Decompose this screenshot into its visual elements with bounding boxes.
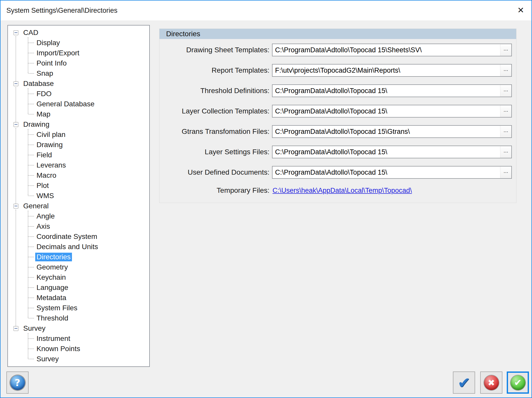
- tree-item-fdo[interactable]: FDO: [8, 89, 149, 99]
- browse-button[interactable]: ...: [500, 44, 511, 56]
- dialog-content: CAD Display Import/Export Point Info Sna…: [1, 20, 531, 397]
- tree-item-decimals-and-units[interactable]: Decimals and Units: [8, 242, 149, 252]
- browse-button[interactable]: ...: [500, 85, 511, 97]
- tree-item-label: CAD: [22, 28, 40, 37]
- tree-item-civil-plan[interactable]: Civil plan: [8, 130, 149, 140]
- collapse-icon[interactable]: [14, 81, 18, 86]
- close-button[interactable]: ✕: [512, 2, 529, 19]
- collapse-icon[interactable]: [14, 326, 18, 331]
- path-field: ...: [272, 44, 512, 56]
- tree-item-wms[interactable]: WMS: [8, 191, 149, 201]
- browse-button[interactable]: ...: [500, 126, 511, 137]
- path-field: ...: [272, 84, 512, 97]
- tree-item-label: Drawing: [22, 120, 51, 129]
- tree-item-label: Database: [22, 79, 55, 88]
- tree-item-survey[interactable]: Survey: [8, 354, 149, 364]
- tree-item-language[interactable]: Language: [8, 283, 149, 293]
- tree-item-directories[interactable]: Directories: [8, 252, 149, 262]
- tree-item-point-info[interactable]: Point Info: [8, 58, 149, 68]
- tree-item-general[interactable]: General: [8, 201, 149, 211]
- path-field: ...: [272, 166, 512, 179]
- directories-group: Directories Drawing Sheet Templates: ...…: [159, 29, 516, 203]
- blue-check-icon: ✔: [457, 375, 470, 390]
- field-row-layer-collection-templates: Layer Collection Templates: ...: [159, 105, 516, 118]
- collapse-icon[interactable]: [14, 122, 18, 127]
- group-header: Directories: [159, 29, 516, 39]
- gtrans-transformation-files-input[interactable]: [273, 126, 500, 137]
- field-row-temporary-files: Temporary Files: C:\Users\heak\AppData\L…: [159, 185, 516, 196]
- threshold-definitions-input[interactable]: [273, 85, 500, 97]
- tree-item-instrument[interactable]: Instrument: [8, 333, 149, 344]
- path-field: ...: [272, 105, 512, 118]
- tree-group-cad: CAD Display Import/Export Point Info Sna…: [8, 28, 149, 79]
- tree-item-leverans[interactable]: Leverans: [8, 160, 149, 170]
- window-title: System Settings\General\Directories: [6, 7, 117, 15]
- tree-item-known-points[interactable]: Known Points: [8, 344, 149, 354]
- tree-item-metadata[interactable]: Metadata: [8, 293, 149, 303]
- close-icon: ✕: [517, 5, 524, 15]
- tree-item-snap[interactable]: Snap: [8, 68, 149, 79]
- tree-item-macro[interactable]: Macro: [8, 170, 149, 181]
- field-label: Report Templates:: [159, 66, 269, 74]
- tree-item-field[interactable]: Field: [8, 150, 149, 160]
- ok-button[interactable]: ✔: [507, 371, 529, 394]
- tree-item-survey-parent[interactable]: Survey: [8, 323, 149, 333]
- field-row-report-templates: Report Templates: ...: [159, 64, 516, 77]
- report-templates-input[interactable]: [273, 65, 500, 76]
- tree-item-drawing-parent[interactable]: Drawing: [8, 119, 149, 130]
- collapse-icon[interactable]: [14, 204, 18, 209]
- path-field: ...: [272, 125, 512, 138]
- browse-button[interactable]: ...: [500, 65, 511, 76]
- tree-item-map[interactable]: Map: [8, 109, 149, 119]
- collapse-icon[interactable]: [14, 30, 18, 35]
- tree-item-keychain[interactable]: Keychain: [8, 272, 149, 283]
- cancel-button[interactable]: ✖: [480, 371, 502, 394]
- tree-item-plot[interactable]: Plot: [8, 181, 149, 191]
- field-label: Threshold Definitions:: [159, 87, 269, 95]
- tree-group-drawing: Drawing Civil plan Drawing Field Leveran…: [8, 119, 149, 201]
- tree-item-axis[interactable]: Axis: [8, 221, 149, 232]
- tree-item-angle[interactable]: Angle: [8, 211, 149, 221]
- drawing-sheet-templates-input[interactable]: [273, 44, 500, 56]
- tree-item-general-database[interactable]: General Database: [8, 99, 149, 109]
- temporary-files-link[interactable]: C:\Users\heak\AppData\Local\Temp\Topocad…: [273, 187, 412, 195]
- browse-button[interactable]: ...: [500, 105, 511, 117]
- browse-button[interactable]: ...: [500, 146, 511, 158]
- help-button[interactable]: ?: [6, 371, 29, 394]
- tree-item-drawing[interactable]: Drawing: [8, 140, 149, 150]
- tree-item-import-export[interactable]: Import/Export: [8, 48, 149, 58]
- tree-item-threshold[interactable]: Threshold: [8, 313, 149, 323]
- help-icon: ?: [10, 375, 25, 390]
- tree-item-coordinate-system[interactable]: Coordinate System: [8, 232, 149, 242]
- field-label: User Defined Documents:: [159, 168, 269, 176]
- path-field: ...: [272, 146, 512, 158]
- field-row-drawing-sheet-templates: Drawing Sheet Templates: ...: [159, 44, 516, 56]
- field-label: Layer Collection Templates:: [159, 107, 269, 115]
- field-row-layer-settings-files: Layer Settings Files: ...: [159, 146, 516, 158]
- tree-item-display[interactable]: Display: [8, 38, 149, 48]
- cancel-icon: ✖: [484, 375, 499, 390]
- tree-group-survey: Survey Instrument Known Points Survey: [8, 323, 149, 364]
- tree-item-label: Survey: [22, 324, 47, 333]
- ok-check-icon: ✔: [511, 375, 525, 390]
- user-defined-documents-input[interactable]: [273, 166, 500, 178]
- layer-collection-templates-input[interactable]: [273, 105, 500, 117]
- field-row-threshold-definitions: Threshold Definitions: ...: [159, 84, 516, 97]
- field-label: Drawing Sheet Templates:: [159, 46, 269, 54]
- tree-item-geometry[interactable]: Geometry: [8, 262, 149, 272]
- tree-item-database[interactable]: Database: [8, 79, 149, 89]
- tree-item-system-files[interactable]: System Files: [8, 303, 149, 313]
- settings-tree: CAD Display Import/Export Point Info Sna…: [7, 25, 150, 367]
- field-label: Temporary Files:: [159, 186, 269, 195]
- browse-button[interactable]: ...: [500, 166, 511, 178]
- tree-item-cad[interactable]: CAD: [8, 28, 149, 38]
- tree-group-general: General Angle Axis Coordinate System Dec…: [8, 201, 149, 323]
- field-row-gtrans-transformation-files: Gtrans Transfomation Files: ...: [159, 125, 516, 138]
- layer-settings-files-input[interactable]: [273, 146, 500, 158]
- title-bar: System Settings\General\Directories ✕: [1, 1, 531, 20]
- tree-group-database: Database FDO General Database Map: [8, 79, 149, 119]
- system-settings-dialog: System Settings\General\Directories ✕ CA…: [0, 0, 532, 398]
- apply-button[interactable]: ✔: [453, 371, 475, 394]
- field-row-user-defined-documents: User Defined Documents: ...: [159, 166, 516, 179]
- path-field: ...: [272, 64, 512, 77]
